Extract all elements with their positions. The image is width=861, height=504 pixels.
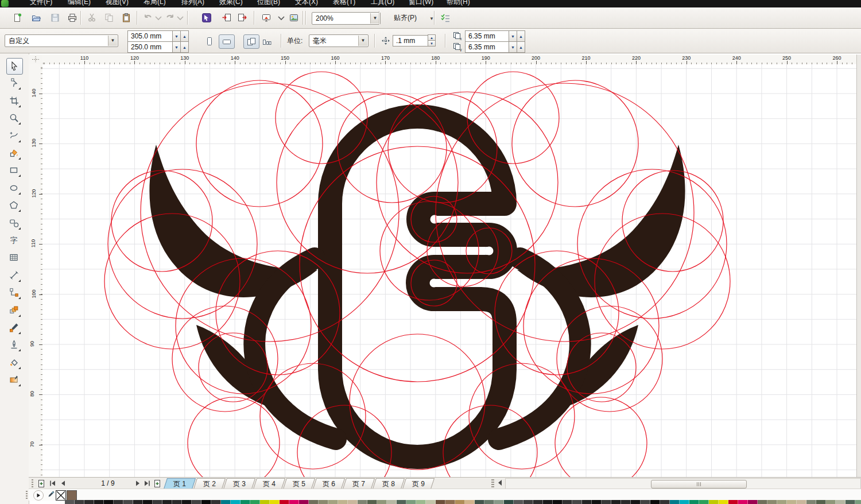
palette-swatch[interactable] [806,500,816,504]
tool-freehand[interactable] [6,128,22,144]
palette-swatch[interactable] [436,500,445,504]
palette-swatch[interactable] [221,500,231,504]
palette-swatch[interactable] [104,500,114,504]
palette-swatch[interactable] [728,500,738,504]
tool-connector[interactable] [6,285,22,300]
palette-swatch[interactable] [270,500,280,504]
duplicate-x-field[interactable]: 6.35 mm [465,30,511,42]
status-drag-handle[interactable] [26,491,28,499]
menu-11[interactable]: 窗口(W) [405,0,437,7]
vertical-scrollbar[interactable] [856,55,861,477]
palette-swatch[interactable] [299,500,309,504]
page-tab-4[interactable]: 页 4 [253,478,285,489]
menu-12[interactable]: 帮助(H) [443,0,474,7]
horizontal-scrollbar[interactable] [505,478,861,489]
palette-swatch[interactable] [153,500,162,504]
tool-outline-pen[interactable] [6,337,22,352]
tool-eyedropper[interactable] [6,320,22,335]
palette-swatch[interactable] [504,500,514,504]
menu-2[interactable]: 编辑(E) [64,0,94,7]
scroll-left-arrow[interactable] [498,480,502,486]
palette-swatch[interactable] [182,500,192,504]
tool-ellipse[interactable] [6,180,22,196]
palette-swatch[interactable] [377,500,387,504]
palette-swatch[interactable] [465,500,475,504]
duplicate-x-spinner[interactable]: ▼▲ [509,30,525,42]
page-size-preset-combo[interactable]: 自定义 ▼ [5,34,118,47]
tool-crop[interactable] [6,93,22,108]
palette-swatch[interactable] [231,500,241,504]
palette-swatch[interactable] [777,500,787,504]
palette-swatch[interactable] [211,500,221,504]
palette-swatch[interactable] [514,500,523,504]
application-launcher-button[interactable] [259,11,273,25]
palette-swatch[interactable] [748,500,758,504]
print-button[interactable] [65,11,79,25]
page-tab-2[interactable]: 页 2 [193,478,226,489]
palette-swatch[interactable] [143,500,153,504]
welcome-screen-button[interactable] [287,11,301,25]
tool-dimension[interactable] [6,267,22,283]
export-button[interactable] [235,11,249,25]
page-height-spinner[interactable]: ▼▲ [173,41,189,53]
palette-swatch[interactable] [611,500,621,504]
page-tab-9[interactable]: 页 9 [402,478,435,489]
nudge-offset-field[interactable]: .1 mm [393,35,430,46]
palette-swatch[interactable] [689,500,699,504]
page-height-field[interactable]: 250.0 mm [127,41,175,53]
previous-page-button[interactable] [59,479,68,488]
toolbar-drag-handle[interactable] [32,479,33,487]
palette-swatch[interactable] [758,500,767,504]
nudge-spinner[interactable]: ▲▼ [428,35,436,46]
palette-swatch[interactable] [114,500,123,504]
zoom-level-combo[interactable]: 200% ▼ [312,12,381,25]
palette-swatch[interactable] [162,500,172,504]
menu-5[interactable]: 排列(A) [178,0,208,7]
palette-swatch[interactable] [475,500,484,504]
menu-9[interactable]: 表格(T) [329,0,359,7]
palette-swatch[interactable] [670,500,680,504]
palette-swatch[interactable] [406,500,416,504]
launcher-dropdown-button[interactable] [274,11,288,25]
palette-swatch[interactable] [426,500,436,504]
landscape-button[interactable] [219,34,235,49]
palette-swatch[interactable] [65,500,75,504]
palette-swatch[interactable] [836,500,846,504]
page-width-field[interactable]: 305.0 mm [127,30,175,42]
palette-swatch[interactable] [309,500,319,504]
palette-swatch[interactable] [543,500,553,504]
palette-swatch[interactable] [826,500,836,504]
document-navigator-button[interactable] [33,490,44,501]
page-tab-1[interactable]: 页 1 [164,478,196,489]
palette-swatch[interactable] [123,500,133,504]
page-tab-6[interactable]: 页 6 [313,478,345,489]
palette-swatch[interactable] [133,500,143,504]
page-tab-5[interactable]: 页 5 [283,478,315,489]
page-tab-3[interactable]: 页 3 [223,478,255,489]
palette-swatch[interactable] [397,500,406,504]
tool-text[interactable]: 字 [6,232,22,248]
palette-swatch[interactable] [650,500,660,504]
horizontal-ruler[interactable]: 1101201301401501601701801902002102202302… [42,55,856,65]
scrollbar-thumb[interactable] [651,480,747,489]
logo-ink[interactable] [149,117,685,457]
chevron-down-icon[interactable]: ▼ [108,36,117,46]
import-button[interactable] [220,11,234,25]
page-width-spinner[interactable]: ▼▲ [173,30,189,42]
all-pages-same-size-button[interactable] [243,34,259,49]
palette-swatch[interactable] [289,500,299,504]
palette-swatch[interactable] [582,500,592,504]
palette-swatch[interactable] [387,500,397,504]
menu-1[interactable]: 文件(F) [26,0,56,7]
palette-swatch[interactable] [84,500,94,504]
palette-swatch[interactable] [367,500,377,504]
next-page-button[interactable] [133,479,142,488]
color-eyedropper-icon[interactable] [46,490,55,499]
current-page-size-button[interactable] [259,34,274,48]
palette-swatch[interactable] [855,500,861,504]
palette-swatch[interactable] [816,500,826,504]
duplicate-y-field[interactable]: 6.35 mm [465,41,511,53]
snap-dropdown-icon[interactable]: ▼ [429,16,434,21]
ruler-origin[interactable] [29,55,43,65]
palette-swatch[interactable] [787,500,797,504]
